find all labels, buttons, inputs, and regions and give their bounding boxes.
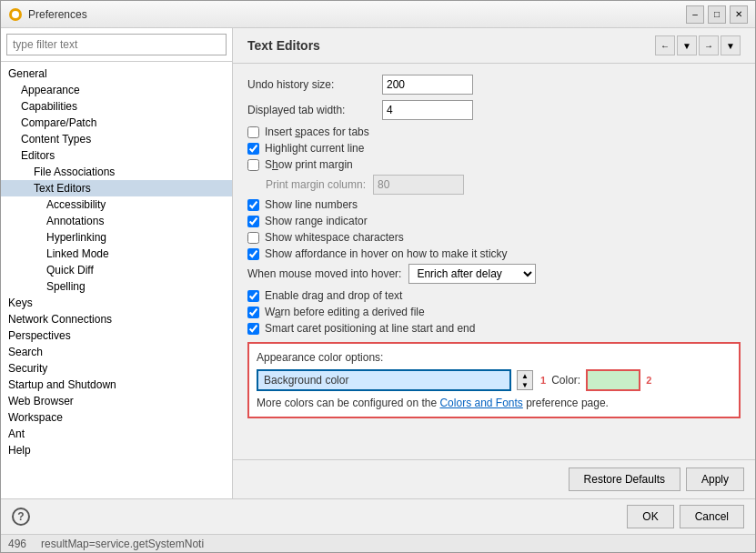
- sidebar-item-appearance[interactable]: Appearance: [1, 82, 232, 98]
- sidebar: General Appearance Capabilities Compare/…: [1, 28, 233, 498]
- sidebar-item-capabilities[interactable]: Capabilities: [1, 98, 232, 115]
- highlight-current-row: Highlight current line: [247, 142, 741, 155]
- sidebar-item-help[interactable]: Help: [1, 442, 232, 458]
- maximize-button[interactable]: □: [708, 5, 726, 24]
- tab-width-label: Displayed tab width:: [247, 104, 375, 116]
- color-preview[interactable]: [586, 369, 640, 391]
- status-bar: 496 resultMap=service.getSystemNoti: [1, 534, 755, 552]
- sidebar-item-workspace[interactable]: Workspace: [1, 409, 232, 426]
- mouse-hover-row: When mouse moved into hover: Enrich afte…: [247, 264, 741, 284]
- panel-nav: ← ▼ → ▼: [655, 35, 741, 55]
- insert-spaces-label: Insert spaces for tabs: [265, 126, 369, 138]
- sidebar-item-editors[interactable]: Editors: [1, 147, 232, 164]
- show-range-indicator-checkbox[interactable]: [247, 216, 259, 227]
- apply-button[interactable]: Apply: [686, 468, 744, 491]
- nav-forward-button[interactable]: →: [699, 35, 719, 55]
- print-margin-column-label: Print margin column:: [266, 178, 366, 191]
- mouse-hover-label: When mouse moved into hover:: [247, 267, 401, 280]
- sidebar-tree: General Appearance Capabilities Compare/…: [1, 62, 232, 498]
- nav-forward-dropdown-button[interactable]: ▼: [721, 35, 741, 55]
- sidebar-item-keys[interactable]: Keys: [1, 295, 232, 311]
- panel-header: Text Editors ← ▼ → ▼: [233, 28, 755, 64]
- cancel-button[interactable]: Cancel: [680, 505, 744, 528]
- show-print-margin-row: Show print margin: [247, 158, 741, 171]
- color-list-box[interactable]: Background color: [257, 369, 511, 391]
- sidebar-item-ant[interactable]: Ant: [1, 426, 232, 442]
- sidebar-item-startup-shutdown[interactable]: Startup and Shutdown: [1, 377, 232, 393]
- mouse-hover-select[interactable]: Enrich after delay: [408, 264, 536, 284]
- smart-caret-label: Smart caret positioning at line start an…: [265, 322, 475, 335]
- show-line-numbers-row: Show line numbers: [247, 198, 741, 211]
- window-title: Preferences: [28, 8, 680, 21]
- enable-drag-drop-checkbox[interactable]: [247, 290, 259, 302]
- show-print-margin-checkbox[interactable]: [247, 159, 259, 171]
- tab-width-input[interactable]: [382, 100, 473, 120]
- sidebar-item-annotations[interactable]: Annotations: [1, 213, 232, 229]
- colors-fonts-link[interactable]: Colors and Fonts: [439, 397, 522, 409]
- show-line-numbers-label: Show line numbers: [265, 198, 358, 211]
- sidebar-item-security[interactable]: Security: [1, 360, 232, 377]
- print-margin-column-row: Print margin column:: [266, 175, 741, 195]
- close-button[interactable]: ✕: [730, 5, 748, 24]
- highlight-current-checkbox[interactable]: [247, 143, 259, 155]
- warn-editing-row: Warn before editing a derived file: [247, 306, 741, 318]
- warn-editing-checkbox[interactable]: [247, 307, 259, 318]
- show-line-numbers-checkbox[interactable]: [247, 199, 259, 211]
- panel-content: Undo history size: Displayed tab width: …: [233, 64, 755, 459]
- sidebar-item-hyperlinking[interactable]: Hyperlinking: [1, 229, 232, 246]
- sidebar-item-search[interactable]: Search: [1, 344, 232, 360]
- show-affordance-checkbox[interactable]: [247, 248, 259, 260]
- sidebar-item-network-connections[interactable]: Network Connections: [1, 311, 232, 327]
- sidebar-item-compare-patch[interactable]: Compare/Patch: [1, 115, 232, 131]
- panel-title: Text Editors: [247, 38, 320, 53]
- nav-back-button[interactable]: ←: [655, 35, 675, 55]
- color-label: Color:: [551, 374, 580, 387]
- main-panel: Text Editors ← ▼ → ▼ Undo history size: …: [233, 28, 755, 498]
- preferences-window: Preferences – □ ✕ General Appearance Cap…: [0, 0, 756, 553]
- minimize-button[interactable]: –: [686, 5, 704, 24]
- show-whitespace-row: Show whitespace characters: [247, 231, 741, 244]
- annotation-1: 1: [540, 375, 546, 386]
- sidebar-item-web-browser[interactable]: Web Browser: [1, 393, 232, 409]
- insert-spaces-row: Insert spaces for tabs: [247, 126, 741, 138]
- spinner-down-button[interactable]: ▼: [518, 380, 532, 389]
- svg-point-1: [12, 11, 19, 18]
- sidebar-item-perspectives[interactable]: Perspectives: [1, 327, 232, 344]
- print-margin-column-input: [373, 175, 464, 195]
- undo-history-input[interactable]: [382, 75, 473, 95]
- color-list-selected: Background color: [264, 374, 348, 387]
- show-print-margin-label: Show print margin: [265, 158, 353, 171]
- more-colors-text: More colors can be configured on the: [257, 397, 439, 409]
- sidebar-item-linked-mode[interactable]: Linked Mode: [1, 246, 232, 262]
- window-controls: – □ ✕: [686, 5, 748, 24]
- warn-editing-label: Warn before editing a derived file: [265, 306, 425, 318]
- color-options-title: Appearance color options:: [257, 351, 731, 364]
- show-whitespace-checkbox[interactable]: [247, 232, 259, 244]
- spinner-up-button[interactable]: ▲: [518, 371, 532, 380]
- title-bar: Preferences – □ ✕: [1, 1, 755, 28]
- insert-spaces-checkbox[interactable]: [247, 126, 259, 138]
- restore-defaults-button[interactable]: Restore Defaults: [569, 468, 680, 491]
- sidebar-item-file-associations[interactable]: File Associations: [1, 164, 232, 180]
- smart-caret-checkbox[interactable]: [247, 323, 259, 335]
- sidebar-item-quick-diff[interactable]: Quick Diff: [1, 262, 232, 278]
- status-line-number: 496: [8, 538, 26, 550]
- highlight-current-label: Highlight current line: [265, 142, 364, 155]
- filter-input[interactable]: [6, 34, 227, 55]
- footer-help-icon[interactable]: ?: [12, 508, 30, 526]
- action-button-bar: Restore Defaults Apply: [233, 459, 755, 498]
- more-colors-suffix: preference page.: [523, 397, 609, 409]
- sidebar-item-content-types[interactable]: Content Types: [1, 131, 232, 147]
- enable-drag-drop-row: Enable drag and drop of text: [247, 289, 741, 302]
- show-whitespace-label: Show whitespace characters: [265, 231, 404, 244]
- nav-dropdown-button[interactable]: ▼: [677, 35, 697, 55]
- show-affordance-row: Show affordance in hover on how to make …: [247, 247, 741, 260]
- ok-button[interactable]: OK: [627, 505, 673, 528]
- sidebar-item-spelling[interactable]: Spelling: [1, 278, 232, 295]
- color-selector-row: Background color ▲ ▼ 1 Color: 2: [257, 369, 731, 391]
- sidebar-item-accessibility[interactable]: Accessibility: [1, 196, 232, 213]
- sidebar-item-text-editors[interactable]: Text Editors: [1, 180, 232, 196]
- search-box: [1, 28, 232, 62]
- sidebar-item-general[interactable]: General: [1, 65, 232, 82]
- color-options-section: Appearance color options: Background col…: [247, 342, 741, 418]
